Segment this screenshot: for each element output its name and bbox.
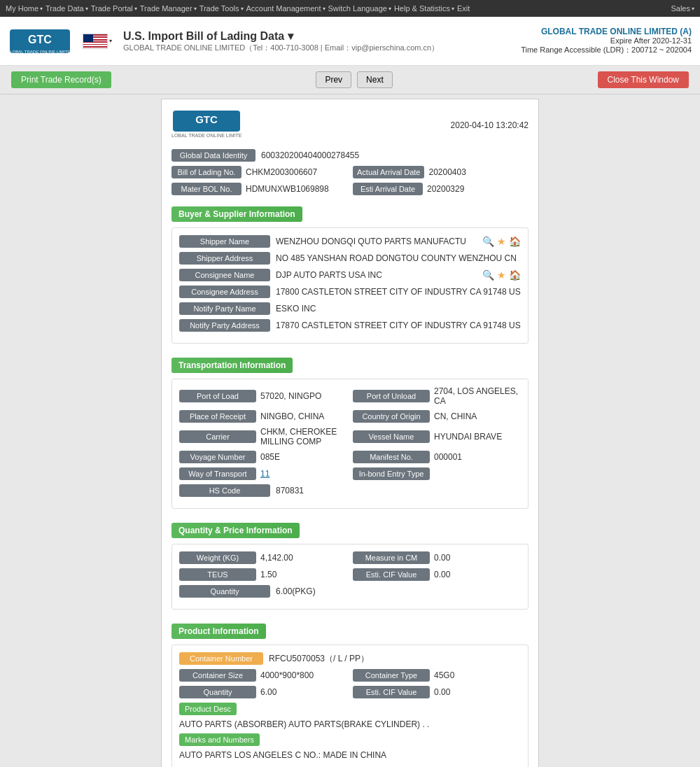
mater-bol-value: HDMUNXWB1069898	[246, 184, 329, 194]
carrier-label: Carrier	[179, 430, 256, 443]
product-section: Product Information Container Number RFC…	[172, 617, 528, 767]
mater-bol-label: Mater BOL No.	[172, 183, 241, 195]
consignee-address-value: 17800 CASTLETON STREET CITY OF INDUSTRY …	[276, 287, 521, 297]
country-origin-half: Country of Origin CN, CHINA	[353, 410, 521, 423]
port-unload-label: Port of Unload	[353, 390, 430, 402]
flag-area: ▾	[83, 34, 112, 49]
buyer-section-header: Buyer & Supplier Information	[172, 206, 302, 222]
nav-trade-manager[interactable]: Trade Manager ▾	[140, 4, 197, 13]
actual-arrival-value: 20200403	[428, 167, 465, 177]
nav-switch-language[interactable]: Switch Language ▾	[328, 4, 391, 13]
actual-arrival-label: Actual Arrival Date	[353, 166, 424, 178]
transport-section-box: Port of Load 57020, NINGPO Port of Unloa…	[172, 379, 528, 509]
nav-account-management[interactable]: Account Management ▾	[246, 4, 326, 13]
record-logo: GTC GLOBAL TRADE ONLINE LIMITED	[172, 109, 241, 141]
hs-code-value: 870831	[276, 486, 304, 495]
close-button-top[interactable]: Close This Window	[598, 71, 689, 88]
product-section-header: Product Information	[172, 624, 266, 639]
container-size-label: Container Size	[179, 669, 256, 682]
way-of-transport-value[interactable]: 11	[260, 469, 270, 479]
logo-area: GTC GLOBAL TRADE ONLINE LIMITED	[8, 24, 71, 59]
nav-trade-tools[interactable]: Trade Tools ▾	[200, 4, 244, 13]
notify-party-address-value: 17870 CASTLETON STREET CITY OF INDUSTRY …	[276, 321, 521, 330]
search-icon[interactable]: 🔍	[482, 269, 494, 281]
flag-dropdown-icon[interactable]: ▾	[109, 38, 112, 44]
top-nav: My Home ▾ Trade Data ▾ Trade Portal ▾ Tr…	[0, 0, 700, 17]
country-origin-value: CN, CHINA	[434, 411, 477, 421]
manifest-half: Manifest No. 000001	[353, 451, 521, 463]
teus-half: TEUS 1.50	[179, 568, 347, 581]
nav-exit[interactable]: Exit	[457, 4, 470, 13]
place-country-row: Place of Receipt NINGBO, CHINA Country o…	[179, 410, 521, 423]
esti-cif-label: Esti. CIF Value	[353, 568, 430, 581]
port-unload-value: 2704, LOS ANGELES, CA	[434, 386, 521, 406]
manifest-value: 000001	[434, 452, 462, 462]
home-icon[interactable]: 🏠	[509, 269, 521, 281]
weight-measure-row: Weight (KG) 4,142.00 Measure in CM 0.00	[179, 551, 521, 564]
quantity-section: Quantity & Price Information Weight (KG)…	[172, 516, 528, 610]
account-range: Time Range Accessible (LDR)：200712 ~ 202…	[521, 45, 692, 55]
quantity-row: Quantity 6.00(PKG)	[179, 585, 521, 598]
voyage-manifest-row: Voyage Number 085E Manifest No. 000001	[179, 451, 521, 463]
notify-party-name-row: Notify Party Name ESKO INC	[179, 302, 521, 315]
esti-cif2-value: 0.00	[434, 687, 450, 697]
container-number-row: Container Number RFCU5070053（/ L / PP）	[179, 652, 521, 665]
container-size-value: 4000*900*800	[260, 670, 314, 680]
measure-half: Measure in CM 0.00	[353, 551, 521, 564]
search-icon[interactable]: 🔍	[482, 236, 494, 247]
way-of-transport-label: Way of Transport	[179, 467, 256, 480]
nav-trade-portal[interactable]: Trade Portal ▾	[91, 4, 137, 13]
prev-button-top[interactable]: Prev	[316, 71, 351, 88]
star-icon[interactable]: ★	[497, 269, 506, 281]
nav-my-home[interactable]: My Home ▾	[6, 4, 43, 13]
teus-value: 1.50	[260, 570, 276, 579]
measure-in-cm-label: Measure in CM	[353, 551, 430, 564]
esti-cif2-label: Esti. CIF Value	[353, 686, 430, 698]
home-icon[interactable]: 🏠	[509, 236, 521, 247]
vessel-name-label: Vessel Name	[353, 430, 430, 443]
chevron-down-icon: ▾	[241, 6, 244, 12]
port-unload-half: Port of Unload 2704, LOS ANGELES, CA	[353, 386, 521, 406]
container-number-label: Container Number	[179, 652, 263, 665]
nav-trade-data[interactable]: Trade Data ▾	[46, 4, 88, 13]
page-header: GTC GLOBAL TRADE ONLINE LIMITED ▾ U.S. I…	[0, 17, 700, 66]
top-toolbar: Print Trade Record(s) Prev Next Close Th…	[0, 66, 700, 94]
container-number-value: RFCU5070053（/ L / PP）	[269, 653, 369, 665]
next-button-top[interactable]: Next	[357, 71, 393, 88]
container-type-half: Container Type 45G0	[353, 669, 521, 682]
consignee-name-label: Consignee Name	[179, 269, 270, 281]
place-receipt-value: NINGBO, CHINA	[260, 411, 324, 421]
voyage-half: Voyage Number 085E	[179, 451, 347, 463]
header-subtitle: GLOBAL TRADE ONLINE LIMITED（Tel：400-710-…	[123, 43, 521, 53]
global-data-identity-row: Global Data Identity 6003202004040002784…	[172, 149, 528, 162]
nav-help-statistics[interactable]: Help & Statistics ▾	[394, 4, 454, 13]
weight-kg-label: Weight (KG)	[179, 551, 256, 564]
inbond-entry-label: In-bond Entry Type	[353, 467, 430, 480]
sales-label: Sales	[671, 4, 690, 13]
shipper-name-row: Shipper Name WENZHOU DONGQI QUTO PARTS M…	[179, 235, 521, 248]
notify-party-name-label: Notify Party Name	[179, 302, 270, 315]
port-load-value: 57020, NINGPO	[260, 391, 321, 401]
chevron-down-icon: ▾	[40, 6, 43, 12]
global-data-identity-value: 600320200404000278455	[261, 150, 359, 160]
quantity2-label: Quantity	[179, 686, 256, 698]
svg-text:GTC: GTC	[28, 34, 52, 45]
actual-arrival-half: Actual Arrival Date 20200403	[353, 166, 528, 178]
container-type-label: Container Type	[353, 669, 430, 682]
print-button-top[interactable]: Print Trade Record(s)	[11, 71, 111, 88]
transport-section: Transportation Information Port of Load …	[172, 351, 528, 509]
chevron-down-icon: ▾	[388, 6, 391, 12]
voyage-value: 085E	[260, 452, 280, 462]
star-icon[interactable]: ★	[497, 236, 506, 247]
esti-arrival-half: Esti Arrival Date 20200329	[353, 183, 528, 195]
bol-half: Bill of Lading No. CHKM2003006607	[172, 166, 347, 178]
content-area: GTC GLOBAL TRADE ONLINE LIMITED 2020-04-…	[0, 94, 700, 767]
shipper-address-row: Shipper Address NO 485 YANSHAN ROAD DONG…	[179, 252, 521, 265]
chevron-down-icon: ▾	[692, 6, 694, 12]
account-company: GLOBAL TRADE ONLINE LIMITED (A)	[521, 27, 692, 36]
vessel-name-value: HYUNDAI BRAVE	[434, 432, 502, 442]
hs-code-label: HS Code	[179, 484, 270, 497]
esti-arrival-label: Esti Arrival Date	[353, 183, 423, 195]
consignee-icon-group: 🔍 ★ 🏠	[482, 269, 521, 281]
container-size-type-row: Container Size 4000*900*800 Container Ty…	[179, 669, 521, 682]
